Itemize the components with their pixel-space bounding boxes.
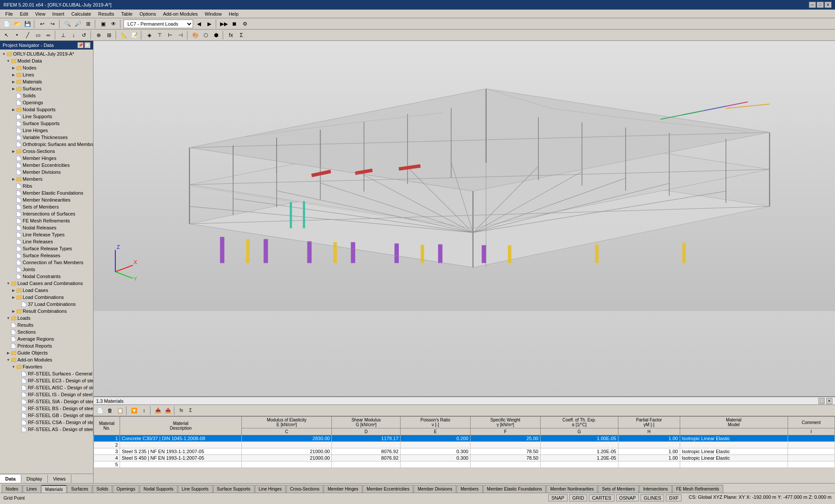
tab-member-divisions[interactable]: Member Divisions [414, 485, 456, 493]
tree-item-0[interactable]: ▼ORLY-DLUBAL-July 2019-A* [1, 50, 92, 57]
cell-r1-c2[interactable] [242, 442, 332, 448]
cell-r0-c5[interactable]: 25.00 [470, 435, 540, 442]
status-btn-grid[interactable]: GRID [569, 494, 588, 501]
surface-button[interactable]: ▭ [33, 30, 43, 40]
cell-r1-c8[interactable] [680, 442, 788, 448]
bp-export[interactable]: 📤 [163, 406, 173, 415]
tree-item-46[interactable]: RF-STEEL Surfaces - General stress [1, 370, 92, 377]
cell-r3-c4[interactable]: 0.300 [401, 455, 471, 461]
tree-item-43[interactable]: ▶Guide Objects [1, 349, 92, 356]
iso-view-btn[interactable]: ◈ [144, 30, 154, 40]
tab-member-hinges[interactable]: Member Hinges [324, 485, 362, 493]
nav-tree[interactable]: ▼ORLY-DLUBAL-July 2019-A*▼Model Data▶Nod… [0, 50, 93, 474]
status-btn-snap[interactable]: SNAP [548, 494, 568, 501]
undo-button[interactable]: ↩ [37, 19, 47, 29]
support-button[interactable]: ⊥ [58, 30, 68, 40]
cell-r4-c8[interactable] [680, 461, 788, 468]
cell-r2-c8[interactable]: Isotropic Linear Elastic [680, 448, 788, 455]
cell-r2-c7[interactable]: 1.00 [618, 448, 680, 455]
tree-item-31[interactable]: Joints [1, 266, 92, 273]
tree-item-10[interactable]: Surface Supports [1, 120, 92, 127]
tree-item-8[interactable]: ▶Nodal Supports [1, 106, 92, 113]
cell-r0-c8[interactable]: Isotropic Linear Elastic [680, 435, 788, 442]
bp-filter[interactable]: 🔽 [129, 406, 139, 415]
tree-item-7[interactable]: Openings [1, 99, 92, 106]
tree-item-12[interactable]: Variable Thicknesses [1, 134, 92, 141]
fx-btn[interactable]: fx [226, 30, 236, 40]
cell-r3-c5[interactable]: 78.50 [470, 455, 540, 461]
settings-button[interactable]: ⚙ [240, 19, 250, 29]
status-btn-cartes[interactable]: CARTES [589, 494, 614, 501]
shade-mode-btn[interactable]: ⬢ [211, 30, 221, 40]
moment-button[interactable]: ↺ [79, 30, 89, 40]
table-row-3[interactable]: 4Steel S 450 | NF EN 1993-1-1:2007-05210… [94, 455, 835, 461]
bp-new-row[interactable]: 📄 [95, 406, 105, 415]
close-button[interactable]: ✕ [825, 2, 832, 8]
menu-item-edit[interactable]: Edit [17, 10, 32, 17]
bp-float-button[interactable]: ⬚ [818, 398, 825, 404]
tree-item-30[interactable]: Connection of Two Members [1, 259, 92, 266]
tree-item-44[interactable]: ▼Add-on Modules [1, 356, 92, 363]
zoom-out-button[interactable]: 🔎 [73, 19, 83, 29]
cell-r4-c0[interactable]: 5 [94, 461, 120, 468]
tree-item-15[interactable]: Member Hinges [1, 155, 92, 162]
tree-item-1[interactable]: ▼Model Data [1, 57, 92, 64]
viewport-canvas[interactable]: X Y Z [94, 41, 835, 396]
cell-r0-c7[interactable]: 1.00 [618, 435, 680, 442]
nav-close-button[interactable]: ✕ [84, 42, 90, 48]
status-btn-osnap[interactable]: OSNAP [616, 494, 639, 501]
tree-item-18[interactable]: ▶Members [1, 176, 92, 182]
bp-import[interactable]: 📥 [153, 406, 163, 415]
open-button[interactable]: 📂 [12, 19, 22, 29]
tree-item-13[interactable]: Orthotropic Surfaces and Membra [1, 141, 92, 148]
tree-item-38[interactable]: ▼Loads [1, 315, 92, 322]
cell-r1-c3[interactable] [332, 442, 401, 448]
tree-item-52[interactable]: RF-STEEL GB - Design of steel me [1, 412, 92, 419]
bp-copy-row[interactable]: 📋 [115, 406, 125, 415]
menu-item-window[interactable]: Window [201, 10, 225, 17]
node-button[interactable]: • [12, 30, 22, 40]
tab-member-elastic-foundations[interactable]: Member Elastic Foundations [483, 485, 546, 493]
cell-r2-c5[interactable]: 78.50 [470, 448, 540, 455]
tree-item-49[interactable]: RF-STEEL IS - Design of steel mem [1, 391, 92, 398]
tab-intersections[interactable]: Intersections [639, 485, 672, 493]
tree-item-11[interactable]: Line Hinges [1, 127, 92, 134]
nav-pin-button[interactable]: 📌 [77, 42, 84, 48]
tree-item-33[interactable]: ▼Load Cases and Combinations [1, 280, 92, 287]
zoom-all-button[interactable]: ⊞ [84, 19, 93, 29]
snap-btn[interactable]: ⊕ [94, 30, 104, 40]
cell-r0-c0[interactable]: 1 [94, 435, 120, 442]
cell-r1-c6[interactable] [540, 442, 618, 448]
tree-item-47[interactable]: RF-STEEL EC3 - Design of steel me [1, 377, 92, 384]
tree-item-54[interactable]: RF-STEEL AS - Design of steel mer [1, 426, 92, 433]
nav-tab-display[interactable]: Display [21, 475, 48, 483]
wire-mode-btn[interactable]: ⬡ [201, 30, 210, 40]
tree-item-34[interactable]: ▶Load Cases [1, 287, 92, 294]
tab-line-hinges[interactable]: Line Hinges [255, 485, 286, 493]
cell-r4-c2[interactable] [242, 461, 332, 468]
cell-r1-c0[interactable]: 2 [94, 442, 120, 448]
cell-r1-c1[interactable] [120, 442, 242, 448]
bp-formula[interactable]: fx [177, 406, 186, 415]
tree-item-23[interactable]: Intersections of Surfaces [1, 210, 92, 217]
cell-r2-c6[interactable]: 1.20E-05 [540, 448, 618, 455]
tree-item-24[interactable]: FE Mesh Refinements [1, 217, 92, 224]
cell-r2-c4[interactable]: 0.300 [401, 448, 471, 455]
tab-nodal-supports[interactable]: Nodal Supports [140, 485, 177, 493]
cell-r4-c6[interactable] [540, 461, 618, 468]
select-button[interactable]: ↖ [2, 30, 11, 40]
cell-r4-c1[interactable] [120, 461, 242, 468]
menu-item-file[interactable]: File [2, 10, 17, 17]
tree-item-26[interactable]: Line Release Types [1, 231, 92, 238]
tree-item-39[interactable]: Results [1, 322, 92, 328]
menu-item-table[interactable]: Table [117, 10, 136, 17]
cell-r2-c1[interactable]: Steel S 235 | NF EN 1993-1-1:2007-05 [120, 448, 242, 455]
menu-item-calculate[interactable]: Calculate [68, 10, 95, 17]
member-button[interactable]: ═ [43, 30, 53, 40]
cell-r0-c6[interactable]: 1.00E-05 [540, 435, 618, 442]
redo-button[interactable]: ↪ [48, 19, 57, 29]
tree-item-32[interactable]: Nodal Constraints [1, 273, 92, 280]
menu-item-help[interactable]: Help [225, 10, 242, 17]
tree-item-19[interactable]: Ribs [1, 182, 92, 189]
tree-item-9[interactable]: Line Supports [1, 113, 92, 120]
